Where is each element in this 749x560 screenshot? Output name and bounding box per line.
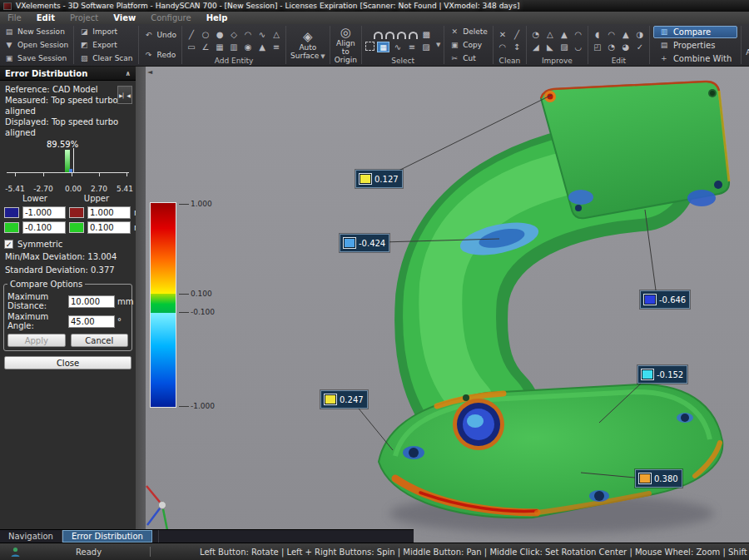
tab-error-distribution[interactable]: Error Distribution <box>62 530 152 543</box>
compare-label: Compare <box>673 27 711 37</box>
select-tunnel4-icon[interactable] <box>409 32 418 39</box>
panel-header[interactable]: Error Distribution ∧ <box>0 67 136 81</box>
add-triangle-icon[interactable]: △ <box>270 29 282 40</box>
import-button[interactable]: ◪Import <box>77 27 134 36</box>
clean-line-icon[interactable]: ╱ <box>511 29 523 40</box>
tab-navigation[interactable]: Navigation <box>0 530 62 543</box>
auto-surface-button[interactable]: ◈ Auto Surface▼ <box>287 24 329 66</box>
improve-smooth-icon[interactable]: ◣ <box>544 42 556 52</box>
redo-button[interactable]: ↷Redo <box>142 51 179 59</box>
deviation-annotation[interactable]: -0.152 <box>637 365 687 384</box>
edit-rotate-icon[interactable]: ◔ <box>606 42 618 52</box>
clean-wand-icon[interactable]: ✕ <box>497 29 508 40</box>
improve-corner-icon[interactable]: ◢ <box>530 42 542 52</box>
viewport-3d[interactable]: ◄ <box>146 67 749 543</box>
lower-limit-input[interactable] <box>22 206 66 219</box>
new-session-button[interactable]: ▤New Session <box>2 27 70 36</box>
undo-icon: ↶ <box>144 31 154 39</box>
history-group: ↶Undo ↷Redo <box>140 24 181 66</box>
edit-mesh-icon[interactable]: ▲ <box>620 29 632 40</box>
menu-file[interactable]: File <box>0 13 29 22</box>
add-circle-icon[interactable]: ○ <box>200 29 211 40</box>
select-invert-icon[interactable]: ▨ <box>420 42 432 52</box>
max-distance-input[interactable] <box>68 295 115 308</box>
collapse-chevron-icon[interactable]: ∧ <box>126 70 131 77</box>
select-tunnel3-icon[interactable] <box>397 32 406 39</box>
add-ellipse-icon[interactable]: ◇ <box>228 29 240 40</box>
menu-view[interactable]: View <box>106 13 143 22</box>
add-surface-patch-icon[interactable]: ▥ <box>228 42 240 52</box>
select-rectangle-icon[interactable] <box>365 42 374 51</box>
edit-bend-icon[interactable]: ◠ <box>606 29 618 40</box>
toolbar-separator <box>741 26 742 64</box>
compare-button[interactable]: ▥Compare <box>653 26 737 38</box>
edit-confirm-icon[interactable]: ✓ <box>634 42 646 52</box>
clear-scan-button[interactable]: ▨Clear Scan <box>77 54 134 62</box>
io-group: ◪Import ◩Export ▨Clear Scan <box>75 24 136 66</box>
improve-curve-icon[interactable]: ◡ <box>573 42 584 52</box>
improve-addmesh-icon[interactable]: ▲ <box>558 29 570 40</box>
select-dropdown-icon[interactable]: ▼ <box>436 42 440 52</box>
add-layers-icon[interactable]: ≡ <box>270 42 282 52</box>
annotations-button[interactable]: ✕ Annotations <box>742 24 749 66</box>
inner-lower-input[interactable] <box>22 221 66 234</box>
add-sphere-icon[interactable]: ◉ <box>242 42 254 52</box>
improve-mesh-icon[interactable]: △ <box>544 29 556 40</box>
inner-upper-input[interactable] <box>87 221 131 234</box>
fit-histogram-button[interactable]: ▶▏◀ <box>117 86 132 104</box>
menu-help[interactable]: Help <box>199 13 236 22</box>
add-grid-icon[interactable]: ▦ <box>214 42 226 52</box>
max-angle-label: Maximum Angle: <box>7 312 68 330</box>
max-angle-input[interactable] <box>68 315 115 328</box>
add-point-icon[interactable]: ● <box>214 29 226 40</box>
improve-bridge-icon[interactable]: ◠ <box>573 29 584 40</box>
deviation-annotation[interactable]: -0.424 <box>340 234 389 252</box>
scale-label: 0.100 <box>179 290 212 298</box>
deviation-annotation[interactable]: -0.646 <box>640 290 690 309</box>
menu-configure[interactable]: Configure <box>143 13 198 22</box>
select-tunnel2-icon[interactable] <box>385 32 394 39</box>
menu-project[interactable]: Project <box>62 13 106 22</box>
chevron-down-icon[interactable]: ▼ <box>320 53 325 60</box>
edit-surface-icon[interactable]: ◖ <box>592 29 603 40</box>
select-freeform-icon[interactable]: ∿ <box>392 42 404 52</box>
delete-button[interactable]: ✕Delete <box>448 27 489 36</box>
edit-half-icon[interactable]: ◑ <box>634 29 646 40</box>
add-plane-icon[interactable]: ▭ <box>186 42 197 52</box>
clean-patch-icon[interactable]: ◠ <box>497 42 508 52</box>
symmetric-checkbox[interactable]: ✓ <box>4 240 13 249</box>
cut-button[interactable]: ✂Cut <box>448 54 489 62</box>
save-session-button[interactable]: ▣Save Session <box>2 54 70 62</box>
cancel-button[interactable]: Cancel <box>71 334 129 347</box>
add-cone-icon[interactable]: ▲ <box>256 42 268 52</box>
copy-button[interactable]: ▣Copy <box>448 41 489 49</box>
select-tunnel-icon[interactable] <box>374 32 383 39</box>
close-button[interactable]: Close <box>4 356 131 369</box>
deviation-annotation[interactable]: 0.127 <box>355 170 403 188</box>
apply-button[interactable]: Apply <box>7 334 66 347</box>
menu-edit[interactable]: Edit <box>29 13 62 22</box>
upper-limit-input[interactable] <box>87 206 131 219</box>
select-all-icon[interactable]: ▩ <box>420 29 432 40</box>
improve-decimate-icon[interactable]: ▨ <box>558 42 570 52</box>
export-button[interactable]: ◩Export <box>77 41 134 49</box>
add-angle-icon[interactable]: ∠ <box>200 42 211 52</box>
edit-move-icon[interactable]: ◰ <box>592 42 603 52</box>
app-icon <box>3 2 12 10</box>
open-session-button[interactable]: ▼Open Session <box>2 41 70 49</box>
deviation-annotation[interactable]: 0.247 <box>320 390 368 409</box>
select-layers-icon[interactable]: ≡ <box>406 42 418 52</box>
undo-button[interactable]: ↶Undo <box>142 31 179 39</box>
deviation-annotation[interactable]: 0.380 <box>635 469 682 488</box>
properties-button[interactable]: ▤Properties <box>653 39 737 52</box>
clean-swap-icon[interactable]: ↕ <box>511 42 523 52</box>
combine-with-button[interactable]: +Combine With <box>653 52 737 65</box>
panel-splitter[interactable] <box>136 67 146 543</box>
add-arc-icon[interactable]: ◠ <box>242 29 254 40</box>
align-to-origin-button[interactable]: ◎ Align to Origin <box>331 24 360 66</box>
improve-fill-icon[interactable]: ◔ <box>530 29 542 40</box>
add-line-icon[interactable]: ╱ <box>186 29 197 40</box>
edit-scale-icon[interactable]: ◕ <box>620 42 632 52</box>
select-brush-icon[interactable]: ▦ <box>377 42 389 52</box>
add-spline-icon[interactable]: ∿ <box>256 29 268 40</box>
